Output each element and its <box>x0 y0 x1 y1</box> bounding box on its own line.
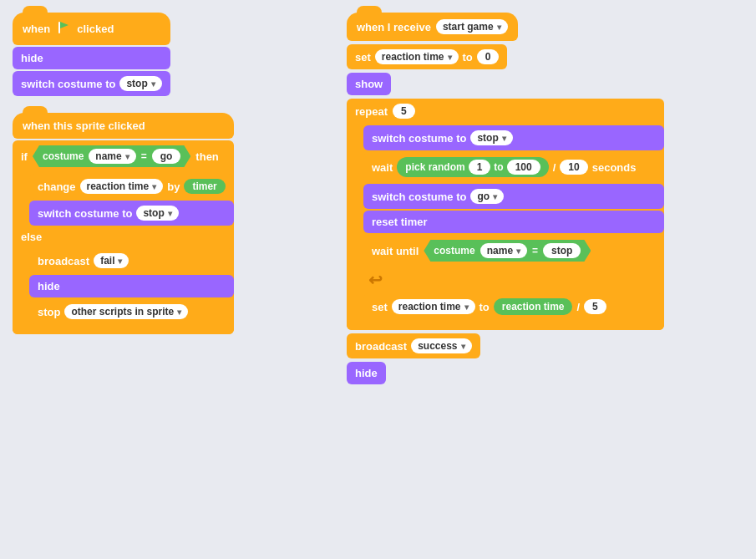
receive-label: when I receive <box>357 21 431 33</box>
show-block[interactable]: show <box>347 73 391 95</box>
if-condition: costume name = go <box>33 145 190 167</box>
random-val2: 100 <box>507 160 540 175</box>
reaction-time-dropdown2[interactable]: reaction time <box>375 49 459 64</box>
repeat-footer <box>347 322 664 330</box>
costume-label: costume <box>43 150 84 162</box>
fail-dropdown[interactable]: fail <box>94 253 129 268</box>
hat-flag-clicked[interactable]: when clicked <box>13 13 170 45</box>
change-reaction-block[interactable]: change reaction time by timer <box>29 174 234 199</box>
hide-block[interactable]: hide <box>13 47 170 69</box>
else-label: else <box>13 227 234 246</box>
main-container: when clicked hide switch costume to stop <box>13 13 743 384</box>
stop-scripts-block[interactable]: stop other scripts in sprite <box>29 299 234 324</box>
loop-arrow: ↩ <box>363 268 664 292</box>
divide-value: 5 <box>584 299 606 314</box>
switch-costume-block1[interactable]: switch costume to stop <box>13 71 170 96</box>
set-reaction-time-block[interactable]: set reaction time to 0 <box>347 44 507 69</box>
set-reaction-avg-block[interactable]: set reaction time to reaction time / 5 <box>363 293 664 320</box>
repeat-body: switch costume to stop wait pick random … <box>363 124 664 322</box>
reaction-time-dropdown1[interactable]: reaction time <box>80 179 164 194</box>
go-dropdown[interactable]: go <box>470 189 504 204</box>
wu-stop-value: stop <box>543 243 581 258</box>
random-val1: 1 <box>469 160 491 175</box>
then-label: then <box>195 150 218 163</box>
wu-name-dropdown[interactable]: name <box>480 243 527 258</box>
if-label: if <box>21 150 28 163</box>
clicked-label: clicked <box>77 23 114 35</box>
timer-value: timer <box>184 179 225 194</box>
repeat-block: repeat 5 switch costume to stop wait pic… <box>347 99 664 330</box>
repeat-value: 5 <box>393 104 415 119</box>
then-body: change reaction time by timer switch cos… <box>29 172 234 227</box>
reset-timer-block[interactable]: reset timer <box>363 211 664 233</box>
column-right: when I receive start game set reaction t… <box>347 13 698 384</box>
wait-random-block[interactable]: wait pick random 1 to 100 / 10 seconds <box>363 152 664 182</box>
script2: when this sprite clicked if costume name… <box>13 113 234 334</box>
green-flag-icon <box>55 19 72 38</box>
reaction-time-reporter: reaction time <box>494 298 573 315</box>
script1: when clicked hide switch costume to stop <box>13 13 170 96</box>
zero-value: 0 <box>477 49 500 64</box>
repeat-label: repeat <box>355 105 388 118</box>
switch-costume-stop[interactable]: switch costume to stop <box>363 125 664 150</box>
costume-dropdown1[interactable]: stop <box>119 76 161 91</box>
repeat-header[interactable]: repeat 5 <box>347 99 664 124</box>
stop-dropdown3[interactable]: stop <box>470 130 512 145</box>
svg-marker-1 <box>60 22 68 28</box>
hat-receive[interactable]: when I receive start game <box>347 13 518 41</box>
when-label: when <box>23 23 50 35</box>
success-dropdown[interactable]: success <box>411 338 471 353</box>
eq-label: = <box>141 150 147 162</box>
hide-block2[interactable]: hide <box>29 275 234 297</box>
reaction-time-dropdown3[interactable]: reaction time <box>392 299 475 314</box>
hide-block3[interactable]: hide <box>347 362 386 384</box>
broadcast-success-block[interactable]: broadcast success <box>347 333 480 358</box>
sprite-clicked-label: when this sprite clicked <box>23 119 145 132</box>
stop-dropdown2[interactable]: stop <box>136 206 178 221</box>
switch-costume-block2[interactable]: switch costume to stop <box>29 201 234 226</box>
else-body: broadcast fail hide stop other scripts i… <box>29 246 234 326</box>
broadcast-fail-block[interactable]: broadcast fail <box>29 248 234 273</box>
go-value: go <box>152 149 181 164</box>
hat-sprite-clicked[interactable]: when this sprite clicked <box>13 113 234 139</box>
wait-until-block[interactable]: wait until costume name = stop <box>363 235 664 267</box>
pick-random-block: pick random 1 to 100 <box>397 157 548 177</box>
wait-condition: costume name = stop <box>424 240 591 262</box>
svg-rect-0 <box>58 22 60 33</box>
name-dropdown[interactable]: name <box>89 149 135 164</box>
other-scripts-dropdown[interactable]: other scripts in sprite <box>64 304 188 319</box>
column-left: when clicked hide switch costume to stop <box>13 13 330 334</box>
random-val3: 10 <box>560 160 587 175</box>
if-block: if costume name = go then change reactio… <box>13 140 234 334</box>
switch-costume-go[interactable]: switch costume to go <box>363 184 664 209</box>
if-header[interactable]: if costume name = go then <box>13 140 234 172</box>
start-game-dropdown[interactable]: start game <box>436 19 508 34</box>
